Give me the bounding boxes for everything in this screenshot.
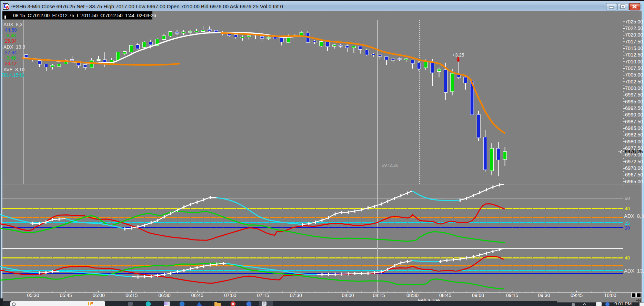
svg-text:6990.00: 6990.00 <box>625 112 643 118</box>
svg-text:7022.50: 7022.50 <box>625 26 643 31</box>
svg-text:9.46: 9.46 <box>7 55 16 61</box>
svg-text:06:30: 06:30 <box>158 293 170 298</box>
svg-text:6987.50: 6987.50 <box>625 119 643 124</box>
svg-text:W: W <box>6 6 10 10</box>
svg-text:7010.00: 7010.00 <box>625 59 643 64</box>
svg-text:6980.00: 6980.00 <box>625 139 643 144</box>
svg-text:08:15: 08:15 <box>373 293 385 298</box>
svg-text:6985.00: 6985.00 <box>625 125 643 131</box>
svg-text:6.38: 6.38 <box>7 33 16 38</box>
svg-text:6997.50: 6997.50 <box>625 92 643 98</box>
svg-text:27.84: 27.84 <box>5 50 17 55</box>
svg-text:06:45: 06:45 <box>191 293 203 298</box>
svg-text:05:30: 05:30 <box>27 293 39 298</box>
svg-text:7002.50: 7002.50 <box>625 79 643 84</box>
svg-text:50: 50 <box>625 196 630 201</box>
svg-text:7025.00: 7025.00 <box>625 19 643 24</box>
svg-text:6965.00: 6965.00 <box>625 179 643 184</box>
svg-text:06:00: 06:00 <box>93 293 105 298</box>
svg-text:7007.50: 7007.50 <box>625 65 643 71</box>
svg-text:25: 25 <box>625 221 630 226</box>
svg-text:7000.00: 7000.00 <box>625 85 643 91</box>
svg-text:20: 20 <box>625 225 630 231</box>
svg-text:07:30: 07:30 <box>290 293 302 298</box>
svg-text:10:00: 10:00 <box>604 293 616 298</box>
svg-text:08:15 C:7012.00 H:7012.75 L: 08:15 C:7012.00 H:7012.75 L:7011.50 O:70… <box>13 13 156 18</box>
svg-text:6982.50: 6982.50 <box>625 132 643 137</box>
svg-text:07:15: 07:15 <box>257 293 269 298</box>
svg-text:7017.50: 7017.50 <box>625 39 643 44</box>
svg-text:09:00: 09:00 <box>472 293 484 298</box>
svg-text:07:00: 07:00 <box>224 293 236 298</box>
svg-text:+3.25: +3.25 <box>452 52 464 58</box>
svg-text:ADX 8,3: ADX 8,3 <box>3 22 23 27</box>
svg-text:7020.00: 7020.00 <box>625 32 643 38</box>
svg-text:09:45: 09:45 <box>571 293 583 298</box>
svg-text:40: 40 <box>625 255 630 261</box>
svg-text:44.50: 44.50 <box>5 28 17 33</box>
svg-text:08:00: 08:00 <box>342 293 354 298</box>
svg-text:6972.50: 6972.50 <box>625 159 643 164</box>
svg-text:09:15: 09:15 <box>506 293 518 298</box>
svg-text:6972.26: 6972.26 <box>382 163 399 168</box>
svg-text:24.12: 24.12 <box>5 61 17 66</box>
svg-text:08:30: 08:30 <box>406 293 419 298</box>
svg-text:40: 40 <box>625 206 630 211</box>
svg-text:06:15: 06:15 <box>125 293 138 298</box>
svg-text:6970.00: 6970.00 <box>625 165 643 171</box>
svg-text:AVE 8,10: AVE 8,10 <box>3 67 24 72</box>
svg-text:9:01 PM: 9:01 PM <box>614 301 632 306</box>
svg-text:6995.00: 6995.00 <box>625 99 643 104</box>
svg-text:7015.00: 7015.00 <box>625 45 643 51</box>
svg-text:26.04: 26.04 <box>5 39 17 44</box>
svg-text:05:45: 05:45 <box>60 293 72 298</box>
svg-text:ADX 8,3: ADX 8,3 <box>624 213 644 219</box>
svg-text:09:30: 09:30 <box>538 293 550 298</box>
svg-text:6992.50: 6992.50 <box>625 105 643 111</box>
svg-text:08:45: 08:45 <box>439 293 451 298</box>
svg-text:7005.00: 7005.00 <box>625 72 643 78</box>
svg-text:ADX 13,3: ADX 13,3 <box>3 44 25 50</box>
svg-text:-ESH6 3-Min Close 6976.25 Net: -ESH6 3-Min Close 6976.25 Net - 33.75 Hi… <box>11 3 283 9</box>
svg-text:ADX 13,: ADX 13, <box>624 268 644 274</box>
svg-text:7014.1543: 7014.1543 <box>1 73 24 78</box>
svg-text:6967.50: 6967.50 <box>625 172 643 177</box>
svg-text:7012.50: 7012.50 <box>625 52 643 58</box>
svg-text:6976.25: 6976.25 <box>625 149 643 154</box>
